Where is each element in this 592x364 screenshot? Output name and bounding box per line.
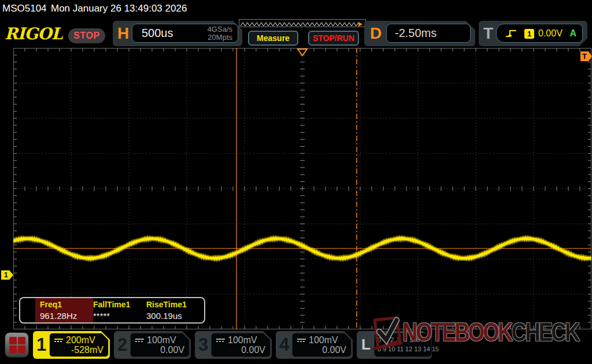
menu-button[interactable] <box>5 332 29 358</box>
trigger-label: T <box>483 24 493 43</box>
channel-number: 2 <box>117 335 127 355</box>
digital-row-low: 0 1 2 3 4 5 6 7 <box>378 336 427 343</box>
trigger-box[interactable]: 1 0.00V A <box>496 24 583 43</box>
delay-value: -2.50ms <box>395 27 436 40</box>
dc-coupling-icon <box>135 339 144 342</box>
menu-square-icon <box>18 337 25 344</box>
trigger-level-value: 0.00V <box>538 28 563 39</box>
digital-row-high: 8 9 10 11 12 13 14 15 <box>378 346 439 352</box>
delay-settings[interactable]: D -2.50ms <box>364 21 475 46</box>
measurement-panel: Freq1 961.28Hz FallTime1 ***** RiseTime1… <box>19 297 205 324</box>
titlebar: MSO5104 Mon January 26 13:49:03 2026 <box>0 0 592 17</box>
timebase-box[interactable]: 500us 4GSa/s 20Mpts <box>132 24 238 43</box>
channel-offset: 0.00V <box>160 345 184 355</box>
menu-square-icon <box>18 346 25 353</box>
delay-label: D <box>370 24 382 43</box>
menu-square-icon <box>9 337 17 344</box>
channel-1-tab[interactable]: 1 200mV -528mV <box>33 331 110 359</box>
ch1-ground-marker[interactable]: 1 <box>1 270 13 280</box>
trigger-source-badge: 1 <box>524 29 534 39</box>
digital-value-box: 0 1 2 3 4 5 6 7 8 9 10 11 12 13 14 15 <box>374 333 432 357</box>
waveform-display <box>13 48 591 329</box>
channel-number: 1 <box>36 335 46 355</box>
horizontal-settings[interactable]: H 500us 4GSa/s 20Mpts <box>113 21 242 46</box>
channel-scale-value: 100mV <box>147 335 176 346</box>
memory-depth-value: 20Mpts <box>208 33 232 42</box>
channel-2-tab[interactable]: 2 100mV 0.00V <box>114 331 191 359</box>
channel-value-box: 200mV -528mV <box>49 333 109 357</box>
model-name: MSO5104 <box>2 0 47 17</box>
menu-square-icon <box>9 346 17 353</box>
sample-rate-value: 4GSa/s <box>208 25 232 34</box>
dc-coupling-icon <box>297 339 306 342</box>
sample-rate: 4GSa/s 20Mpts <box>208 25 232 42</box>
channel-number: 3 <box>198 335 208 355</box>
channel-scale: 200mV <box>54 335 95 346</box>
channel-scale-value: 100mV <box>309 335 338 346</box>
measurement-value: 961.28Hz <box>40 311 77 321</box>
preview-zigzag <box>239 21 365 28</box>
trigger-settings[interactable]: T 1 0.00V A <box>479 21 587 46</box>
dc-coupling-icon <box>54 339 63 342</box>
measurement-value: 300.19us <box>146 311 182 321</box>
channel-offset: 0.00V <box>322 345 346 355</box>
header: RIGOL STOP H 500us 4GSa/s 20Mpts Measure… <box>0 17 592 48</box>
channel-value-box: 100mV 0.00V <box>211 333 271 357</box>
trigger-edge-icon <box>505 28 517 39</box>
measurement-value: ***** <box>93 311 110 321</box>
channel-value-box: 100mV 0.00V <box>130 333 190 357</box>
channel-3-tab[interactable]: 3 100mV 0.00V <box>195 331 272 359</box>
channel-scale: 100mV <box>216 335 257 346</box>
stop-run-button[interactable]: STOP/RUN <box>308 31 359 46</box>
delay-box[interactable]: -2.50ms <box>386 24 471 43</box>
measurement-label: Freq1 <box>40 300 62 309</box>
graticule <box>13 48 591 329</box>
datetime: Mon January 26 13:49:03 2026 <box>51 0 187 17</box>
measurement-label: RiseTime1 <box>146 300 187 309</box>
measure-button[interactable]: Measure <box>248 31 298 46</box>
channel-scale-value: 100mV <box>228 335 257 346</box>
channel-bar: 1 200mV -528mV 2 100mV 0.00V 3 100mV <box>0 330 592 364</box>
digital-channels-tab[interactable]: L 0 1 2 3 4 5 6 7 8 9 10 11 12 13 14 15 <box>357 331 432 359</box>
channel-scale: 100mV <box>297 335 338 346</box>
horizontal-label: H <box>117 24 129 43</box>
channel-scale-value: 200mV <box>66 335 95 346</box>
timebase-value: 500us <box>142 27 173 40</box>
waveform-preview-strip[interactable] <box>239 19 366 27</box>
rigol-logo: RIGOL <box>5 24 62 43</box>
channel-offset: 0.00V <box>241 345 265 355</box>
channel-offset: -528mV <box>71 345 103 355</box>
measurement-label: FallTime1 <box>93 300 130 309</box>
digital-label: L <box>361 336 371 354</box>
trigger-sweep-mode: A <box>569 28 576 39</box>
channel-scale: 100mV <box>135 335 176 346</box>
channel-number: 4 <box>279 335 289 355</box>
channel-4-tab[interactable]: 4 100mV 0.00V <box>276 331 353 359</box>
dc-coupling-icon <box>216 339 225 342</box>
channel-value-box: 100mV 0.00V <box>292 333 352 357</box>
run-state-badge: STOP <box>68 28 105 43</box>
